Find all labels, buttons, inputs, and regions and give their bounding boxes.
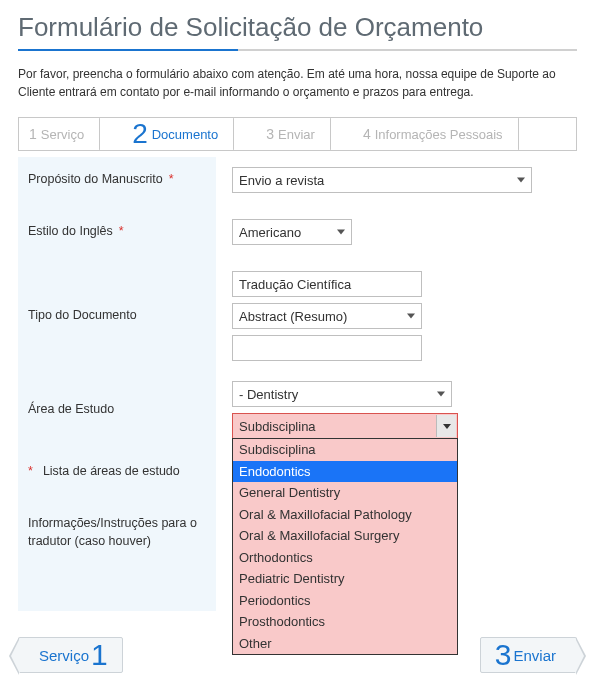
- chevron-down-icon: [437, 392, 445, 397]
- chevron-down-icon: [436, 415, 456, 437]
- step-4[interactable]: 4Informações Pessoais: [341, 118, 519, 150]
- stepper: 1Serviço 2Documento 3Enviar 4Informações…: [18, 117, 577, 151]
- step-1[interactable]: 1Serviço: [19, 118, 100, 150]
- prev-button[interactable]: Serviço1: [18, 637, 123, 673]
- form: Propósito do Manuscrito* Envio a revista…: [18, 157, 577, 611]
- step-separator: [100, 117, 110, 151]
- dropdown-option[interactable]: Subdisciplina: [233, 439, 457, 461]
- intro-text: Por favor, preencha o formulário abaixo …: [18, 65, 577, 101]
- step-2[interactable]: 2Documento: [110, 118, 234, 150]
- dropdown-subdiscipline: SubdisciplinaEndodonticsGeneral Dentistr…: [232, 438, 458, 655]
- dropdown-option[interactable]: Other: [233, 633, 457, 655]
- title-underline: [18, 49, 577, 51]
- chevron-down-icon: [407, 314, 415, 319]
- label-instructions: Informações/Instruções para o tradutor (…: [18, 501, 216, 611]
- select-purpose[interactable]: Envio a revista: [232, 167, 532, 193]
- select-area-parent[interactable]: - Dentistry: [232, 381, 452, 407]
- dropdown-option[interactable]: Endodontics: [233, 461, 457, 483]
- dropdown-option[interactable]: Prosthodontics: [233, 611, 457, 633]
- label-purpose: Propósito do Manuscrito*: [18, 157, 216, 209]
- dropdown-option[interactable]: Oral & Maxillofacial Pathology: [233, 504, 457, 526]
- input-doctype-text1[interactable]: [232, 271, 422, 297]
- step-separator: [331, 117, 341, 151]
- dropdown-option[interactable]: Pediatric Dentistry: [233, 568, 457, 590]
- label-list: Lista de áreas de estudo: [43, 463, 180, 481]
- step-separator: [234, 117, 244, 151]
- select-subdiscipline[interactable]: Subdisciplina: [232, 413, 458, 439]
- select-doctype[interactable]: Abstract (Resumo): [232, 303, 422, 329]
- select-english[interactable]: Americano: [232, 219, 352, 245]
- dropdown-option[interactable]: Orthodontics: [233, 547, 457, 569]
- chevron-down-icon: [517, 178, 525, 183]
- label-doctype: Tipo do Documento: [18, 261, 216, 371]
- dropdown-option[interactable]: General Dentistry: [233, 482, 457, 504]
- step-3[interactable]: 3Enviar: [244, 118, 331, 150]
- label-area: Área de Estudo: [18, 371, 216, 449]
- input-doctype-text2[interactable]: [232, 335, 422, 361]
- page-title: Formulário de Solicitação de Orçamento: [18, 12, 577, 43]
- next-button[interactable]: 3Enviar: [480, 637, 577, 673]
- dropdown-option[interactable]: Periodontics: [233, 590, 457, 612]
- label-english: Estilo do Inglês*: [18, 209, 216, 261]
- chevron-down-icon: [337, 230, 345, 235]
- dropdown-option[interactable]: Oral & Maxillofacial Surgery: [233, 525, 457, 547]
- step-separator: [519, 117, 529, 151]
